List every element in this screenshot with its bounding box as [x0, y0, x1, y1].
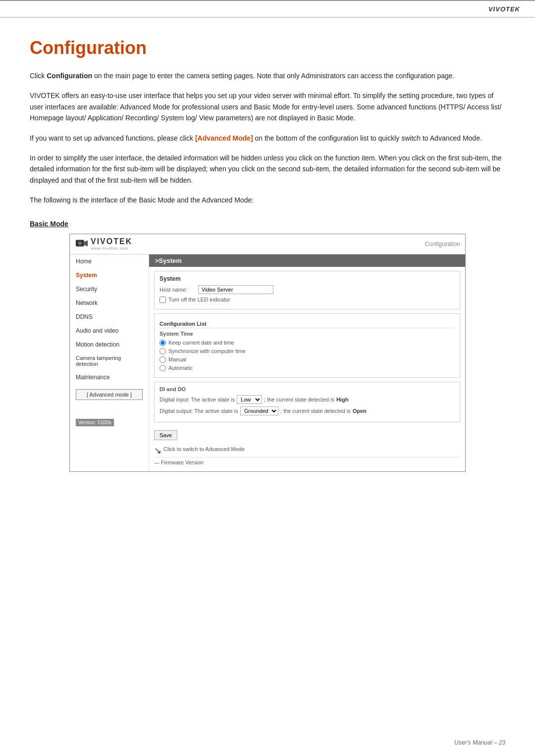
paragraph-1: Click Configuration on the main page to …: [30, 70, 505, 81]
sidebar-item-network[interactable]: Network: [70, 296, 149, 310]
host-name-label: Host name:: [160, 287, 194, 293]
host-name-input[interactable]: [198, 285, 273, 294]
do-prefix: Digital output: The active state is: [160, 408, 238, 414]
ui-main-header: >System: [149, 254, 465, 267]
arrow-note-text: Click to switch to Advanced Mode: [163, 446, 245, 452]
main-content: Configuration Click Configuration on the…: [0, 18, 535, 492]
radio-auto-label: Automatic: [168, 365, 193, 371]
digital-output-select[interactable]: Grounded Open: [240, 406, 278, 415]
sidebar-item-security[interactable]: Security: [70, 282, 149, 296]
firmware-row: — Firmware Version: [154, 457, 460, 465]
ui-body: Home System Security Network DDNS Audio …: [70, 254, 465, 471]
paragraph-4: In order to simplify the user interface,…: [30, 152, 505, 186]
p3-post: on the bottom of the configuration list …: [253, 134, 482, 142]
radio-sync[interactable]: [160, 348, 166, 354]
advanced-mode-button[interactable]: [ Advanced mode ]: [76, 389, 143, 400]
di-prefix: Digital input: The active state is: [160, 397, 235, 403]
ui-top-bar: VIVOTEK www.vivotek.com Configuration: [70, 234, 465, 254]
di-do-title: DI and DO: [160, 386, 455, 392]
digital-input-row: Digital input: The active state is Low H…: [160, 395, 455, 404]
di-suffix: ; the current state detected is: [264, 397, 334, 403]
radio-automatic: Automatic: [160, 365, 455, 371]
sidebar-item-motion-detection[interactable]: Motion detection: [70, 338, 149, 352]
page-wrapper: VIVOTEK Configuration Click Configuratio…: [0, 0, 535, 756]
host-name-row: Host name:: [160, 285, 455, 294]
system-section-title: System: [160, 275, 455, 282]
arrow-note-row: ↘ Click to switch to Advanced Mode: [154, 446, 460, 455]
page-title: Configuration: [30, 38, 505, 58]
ui-sidebar: Home System Security Network DDNS Audio …: [70, 254, 149, 471]
system-time-header: System Time: [160, 328, 455, 337]
ui-system-section: System Host name: Turn off the LED indic…: [154, 271, 460, 309]
arrow-icon: ↘: [154, 446, 161, 455]
ui-main-panel: >System System Host name: Turn off the L…: [149, 254, 465, 471]
ui-screenshot: VIVOTEK www.vivotek.com Configuration Ho…: [69, 234, 466, 472]
sidebar-item-system[interactable]: System: [70, 268, 149, 282]
p3-pre: If you want to set up advanced functions…: [30, 134, 195, 142]
ui-logo-sub: www.vivotek.com: [91, 246, 132, 251]
sidebar-item-audio-video[interactable]: Audio and video: [70, 324, 149, 338]
led-label: Turn off the LED indicator: [168, 297, 230, 302]
do-state: Open: [353, 408, 367, 414]
sidebar-item-camera-tampering[interactable]: Camera tampering detection: [70, 352, 149, 370]
ui-di-do-section: DI and DO Digital input: The active stat…: [154, 382, 460, 422]
sidebar-item-maintenance[interactable]: Maintenance: [70, 370, 149, 384]
radio-auto-input[interactable]: [160, 365, 166, 371]
radio-manual-label: Manual: [168, 356, 186, 362]
vivotek-logo-icon: [75, 237, 89, 251]
radio-sync-label: Synchronize with computer time: [168, 348, 246, 354]
ui-config-list-section: Configuration List System Time Keep curr…: [154, 313, 460, 378]
paragraph-3: If you want to set up advanced functions…: [30, 133, 505, 144]
paragraph-2: VIVOTEK offers an easy-to-use user inter…: [30, 90, 505, 123]
basic-mode-label: Basic Mode: [30, 220, 505, 228]
firmware-dash: —: [154, 459, 161, 465]
radio-keep-label: Keep current date and time: [168, 340, 234, 346]
save-button[interactable]: Save: [154, 430, 177, 440]
paragraph-5: The following is the interface of the Ba…: [30, 195, 505, 205]
page-footer: User's Manual – 23: [454, 739, 505, 746]
version-label: Version: 0100b: [76, 419, 114, 426]
firmware-label: Firmware Version: [161, 459, 204, 465]
radio-manual-input[interactable]: [160, 356, 166, 363]
ui-config-label: Configuration: [425, 241, 460, 248]
led-checkbox-row: Turn off the LED indicator: [160, 297, 455, 303]
ui-logo: VIVOTEK www.vivotek.com: [75, 237, 132, 251]
config-list-header: Configuration List: [160, 321, 455, 327]
radio-sync-computer: Synchronize with computer time: [160, 348, 455, 354]
brand-label: VIVOTEK: [488, 5, 520, 13]
led-checkbox[interactable]: [160, 297, 166, 303]
di-state: High: [336, 397, 348, 403]
advanced-mode-link: [Advanced Mode]: [195, 134, 253, 142]
digital-output-row: Digital output: The active state is Grou…: [160, 406, 455, 415]
sidebar-item-home[interactable]: Home: [70, 254, 149, 268]
config-bold: Configuration: [47, 72, 92, 80]
digital-input-select[interactable]: Low High: [237, 395, 262, 404]
sidebar-item-ddns[interactable]: DDNS: [70, 310, 149, 324]
svg-point-2: [78, 241, 82, 245]
do-suffix: ; the current state detected is: [280, 408, 351, 414]
radio-keep-current: Keep current date and time: [160, 340, 455, 346]
radio-keep[interactable]: [160, 340, 166, 346]
svg-marker-1: [84, 240, 88, 246]
radio-manual: Manual: [160, 356, 455, 363]
ui-logo-text: VIVOTEK: [91, 237, 132, 246]
top-bar: VIVOTEK: [0, 0, 535, 18]
